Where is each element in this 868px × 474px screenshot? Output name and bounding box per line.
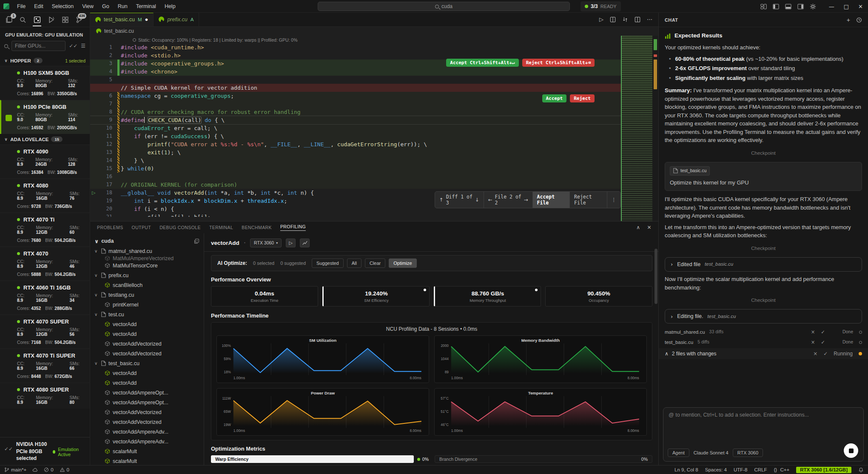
customize-layout-icon[interactable] (760, 3, 767, 10)
overview-card[interactable]: 19.240%SM Efficiency (322, 286, 430, 307)
menu-edit[interactable]: Edit (31, 2, 47, 11)
git-branch-status[interactable]: main*+ (4, 467, 26, 472)
compare-icon[interactable] (622, 17, 628, 23)
edited-file-box[interactable]: ›Edited filetest_basic.cu (665, 257, 862, 272)
gpu-group-header[interactable]: ∨ADA LOVELACE15 (0, 134, 90, 145)
reject-hunk-button[interactable]: Reject (570, 94, 595, 102)
gpu-card[interactable]: RTX 4070 SUPERCC: 8.9Memory: 12GBSMs: 56… (0, 315, 90, 349)
panel-tab-profiling[interactable]: PROFILING (280, 224, 306, 231)
error-count[interactable]: 0 (44, 467, 53, 472)
tree-kernel-item[interactable]: vectorAddVectorized (90, 417, 204, 427)
tree-kernel-item[interactable]: vectorAdd (90, 368, 204, 378)
composer-chip-claude-sonnet-4[interactable]: Claude Sonnet 4 (694, 449, 729, 457)
split-editor-icon[interactable] (635, 17, 640, 23)
accept-hunk-button[interactable]: Accept (542, 94, 567, 102)
tree-root[interactable]: ∨ cuda (90, 236, 204, 246)
tree-file-item[interactable]: ∨test.cu (90, 309, 204, 319)
discard-icon[interactable]: × (811, 329, 815, 336)
tree-kernel-item[interactable]: MatMulAmpereVectorized (90, 256, 204, 261)
file-nav-segment[interactable]: ←File 2 of 2→ (484, 192, 533, 208)
panel-close-icon[interactable]: ✕ (647, 224, 652, 230)
gpu-card[interactable]: RTX 4070CC: 8.9Memory: 12GBSMs: 46Cores:… (0, 247, 90, 281)
panel-tab-terminal[interactable]: TERMINAL (209, 225, 233, 230)
menu-selection[interactable]: Selection (48, 2, 77, 11)
keep-icon[interactable]: ✓ (821, 329, 825, 336)
tree-kernel-item[interactable]: vectorAddAmpereAdv... (90, 437, 204, 446)
menu-view[interactable]: View (79, 2, 97, 11)
eol-sequence[interactable]: CRLF (754, 467, 767, 472)
explorer-icon[interactable]: 1 (3, 14, 14, 26)
composer-chip-rtx-3060[interactable]: RTX 3060 (733, 448, 763, 457)
tree-kernel-item[interactable]: MatMulTensorCore (90, 261, 204, 270)
gpu-card[interactable]: H100 PCIe 80GBCC: 9.0Memory: 80GBSMs: 11… (0, 100, 90, 134)
run-debug-icon[interactable] (46, 14, 57, 26)
menu-file[interactable]: File (14, 2, 29, 11)
toggle-panel-icon[interactable] (785, 3, 791, 10)
tree-file-item[interactable]: ∨prefix.cu (90, 270, 204, 280)
tree-kernel-item[interactable]: scalarMult (90, 456, 204, 465)
minimap[interactable] (622, 36, 652, 221)
ai-optimize-button[interactable]: Optimize (389, 258, 416, 268)
checkpoint-label[interactable]: Checkpoint (665, 150, 862, 157)
breadcrumb[interactable]: test_basic.cu (90, 27, 658, 36)
source-control-icon[interactable]: 436 (74, 14, 85, 26)
settings-gear-icon[interactable] (810, 3, 816, 10)
composer-chip-agent[interactable]: Agent (668, 448, 689, 457)
panel-maximize-icon[interactable]: ∧ (636, 224, 640, 230)
tree-kernel-item[interactable]: vectorAddAmpereOpt... (90, 388, 204, 397)
changes-summary-row[interactable]: ∧2 files with changes×✓Running (659, 348, 868, 359)
dirty-dot-icon[interactable]: ● (145, 17, 148, 22)
keep-icon[interactable]: ✓ (821, 339, 825, 346)
tab-test-basic-cu[interactable]: test_basic.cu M ● (90, 13, 154, 26)
ai-clear-button[interactable]: Clear (365, 258, 385, 268)
tree-kernel-item[interactable]: vectorAdd (90, 319, 204, 329)
clear-list-icon[interactable]: ☰ (81, 43, 85, 49)
maximize-button[interactable]: □ (844, 3, 849, 10)
collapse-all-icon[interactable] (194, 238, 199, 244)
notifications-bell-icon[interactable] (858, 467, 864, 473)
gpu-card[interactable]: RTX 4060 Ti 16GBCC: 8.9Memory: 16GBSMs: … (0, 281, 90, 315)
profiling-gpu-select[interactable]: RTX 3060▾ (250, 238, 282, 247)
gpu-status-badge[interactable]: RTX 3060 [1.6/12GB] (796, 467, 851, 473)
tree-kernel-item[interactable]: printKernel (90, 300, 204, 309)
menu-run[interactable]: Run (114, 2, 131, 11)
menu-go[interactable]: Go (99, 2, 113, 11)
tree-kernel-item[interactable]: vectorAddVectorized (90, 407, 204, 417)
menu-help[interactable]: Help (161, 2, 179, 11)
toggle-sidebar-icon[interactable] (773, 3, 779, 10)
edited-file-box[interactable]: ›Editing file.test_basic.cu (665, 309, 862, 324)
toggle-secondary-sidebar-icon[interactable] (797, 3, 804, 10)
accept-diff-button[interactable]: Accept Ctrl+Shift+Alt+↵ (446, 59, 518, 67)
more-actions-icon[interactable]: ⋯ (647, 16, 652, 23)
cursor-position[interactable]: Ln 9, Col 8 (674, 467, 698, 472)
gpu-card[interactable]: RTX 4080CC: 8.9Memory: 16GBSMs: 76Cores:… (0, 179, 90, 213)
tree-file-item[interactable]: ∨matmul_shared.cu (90, 246, 204, 256)
tree-kernel-item[interactable]: vectorAddAmpereOpt... (90, 397, 204, 407)
gpu-emulator-view-icon[interactable] (31, 14, 43, 26)
discard-all-icon[interactable]: × (813, 350, 817, 358)
command-search-input[interactable]: cuda (318, 2, 570, 11)
language-mode[interactable]: {} C++ (774, 467, 790, 472)
codelens[interactable]: Static: Occupancy: 100% | Registers: 18 … (90, 37, 621, 43)
file-chip[interactable]: test_basic.cu (670, 166, 710, 176)
overview-card[interactable]: 88.760 GB/sMemory Throughput (434, 286, 541, 307)
reject-diff-button[interactable]: Reject Ctrl+Shift+Alt+⌫ (522, 59, 595, 67)
gpu-card[interactable]: RTX 4070 Ti SUPERCC: 8.9Memory: 16GBSMs:… (0, 349, 90, 383)
tree-file-item[interactable]: ∨test_basic.cu (90, 358, 204, 368)
chat-history-icon[interactable] (856, 17, 862, 23)
collapse-icon[interactable]: ∧ (665, 350, 669, 358)
ai-all-button[interactable]: All (347, 258, 361, 268)
run-file-button[interactable]: ▷ (599, 16, 603, 23)
close-button[interactable]: ✕ (858, 3, 863, 10)
gpu-card[interactable]: RTX 4090CC: 8.9Memory: 24GBSMs: 128Cores… (0, 145, 90, 179)
changed-file-row[interactable]: test_basic.cu5 diffs×✓Done (665, 337, 862, 347)
gpu-ready-badge[interactable]: 3/3 READY (581, 1, 621, 11)
minimize-button[interactable]: — (829, 3, 834, 10)
tree-kernel-item[interactable]: vectorAddVectorized (90, 339, 204, 349)
tab-prefix-cu[interactable]: prefix.cu A (154, 13, 199, 26)
stop-generation-button[interactable] (844, 443, 858, 458)
indentation[interactable]: Spaces: 4 (705, 467, 727, 472)
open-changes-icon[interactable] (610, 17, 616, 23)
toolbar-more-icon[interactable]: ⋮ (607, 195, 621, 205)
overview-card[interactable]: 90.450%Occupancy (545, 286, 652, 307)
